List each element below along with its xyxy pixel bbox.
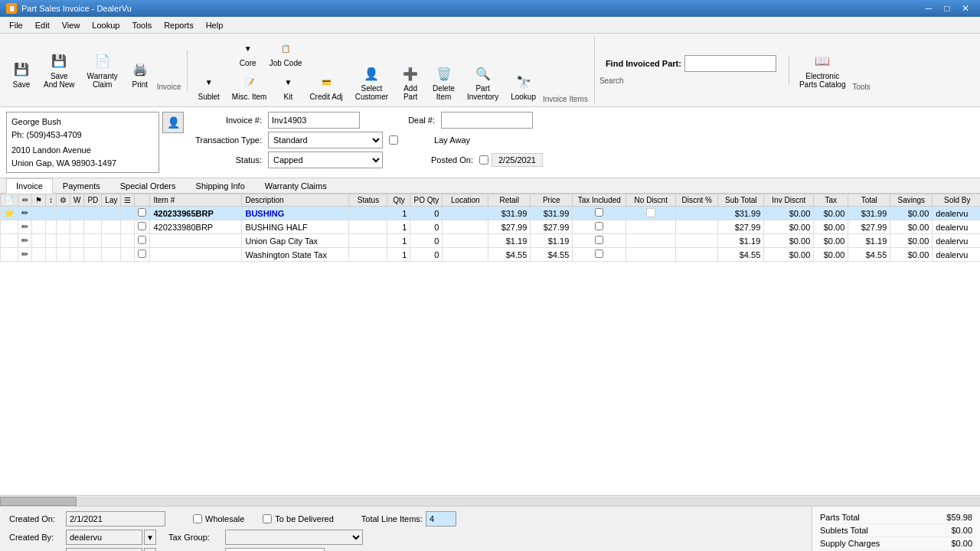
- supply-charges-label: Supply Charges: [820, 539, 880, 548]
- col-po-qty: PO Qty: [410, 194, 443, 207]
- menu-bar: File Edit View Lookup Tools Reports Help: [0, 17, 980, 34]
- customer-avatar-button[interactable]: 👤: [162, 112, 184, 133]
- table-row[interactable]: ✏ 420233980BRP BUSHING HALF 1 0 $27.99 $…: [1, 220, 981, 234]
- menu-help[interactable]: Help: [200, 19, 230, 31]
- row-tax: $0.00: [814, 234, 848, 248]
- posted-on-label: Posted On:: [404, 155, 473, 165]
- price-level-field: Price Level:: [168, 548, 325, 551]
- transaction-type-select[interactable]: Standard Credit Quote: [268, 132, 383, 148]
- row-checkbox-cell[interactable]: [135, 207, 150, 220]
- core-button[interactable]: ▼ Core: [234, 37, 263, 70]
- created-by-input[interactable]: [66, 530, 142, 545]
- created-by-dropdown[interactable]: ▼: [144, 530, 156, 545]
- core-icon: ▼: [239, 39, 257, 57]
- transaction-type-row: Transaction Type: Standard Credit Quote …: [193, 132, 974, 148]
- wholesale-checkbox[interactable]: [193, 514, 202, 523]
- row-no-discnt[interactable]: [626, 220, 676, 234]
- customer-address2: Union Gap, WA 98903-1497: [11, 157, 154, 170]
- col-description[interactable]: Description: [242, 194, 349, 207]
- posted-on-checkbox[interactable]: [479, 155, 488, 165]
- save-new-icon: 💾: [50, 52, 68, 70]
- kit-button[interactable]: ▼ Kit: [273, 70, 302, 103]
- menu-tools[interactable]: Tools: [126, 19, 158, 31]
- tab-warranty-claims[interactable]: Warranty Claims: [255, 178, 337, 193]
- row-edit-icon: ✏: [18, 248, 32, 262]
- col-checkbox: [135, 194, 150, 207]
- parts-total-value: $59.98: [946, 513, 972, 522]
- menu-reports[interactable]: Reports: [158, 19, 200, 31]
- scroll-thumb[interactable]: [0, 497, 77, 506]
- close-button[interactable]: ✕: [957, 0, 974, 17]
- col-extra: ☰: [121, 194, 135, 207]
- row-checkbox-cell[interactable]: [135, 234, 150, 248]
- created-on-input[interactable]: [66, 511, 165, 527]
- print-icon: 🖨️: [131, 60, 149, 79]
- tab-payments[interactable]: Payments: [53, 178, 110, 193]
- posted-on-date-display: 2/25/2021: [492, 153, 543, 167]
- sold-by-dropdown[interactable]: ▼: [144, 548, 156, 551]
- row-tax-included[interactable]: [573, 220, 626, 234]
- row-price: $31.99: [531, 207, 573, 220]
- to-be-delivered-checkbox[interactable]: [263, 514, 272, 523]
- find-invoiced-input[interactable]: [684, 55, 776, 72]
- total-line-items-input[interactable]: [426, 511, 456, 527]
- save-and-new-button[interactable]: 💾 SaveAnd New: [38, 50, 80, 91]
- sublet-button[interactable]: ▼ Sublet: [192, 70, 224, 103]
- table-row[interactable]: ⭐ ✏ 420233965BRP BUSHING 1 0 $31.99 $31.…: [1, 207, 981, 220]
- menu-lookup[interactable]: Lookup: [86, 19, 126, 31]
- row-col5: [57, 234, 70, 248]
- row-no-discnt[interactable]: [626, 207, 676, 220]
- row-no-discnt[interactable]: [626, 248, 676, 262]
- row-tax-included[interactable]: [573, 248, 626, 262]
- horizontal-scrollbar[interactable]: [0, 495, 980, 506]
- add-part-button[interactable]: ➕ AddPart: [395, 62, 426, 103]
- lay-away-checkbox[interactable]: [389, 135, 398, 145]
- tab-invoice[interactable]: Invoice: [6, 178, 53, 194]
- invoice-number-row: Invoice #: Deal #:: [193, 112, 974, 129]
- row-total: $4.55: [848, 248, 890, 262]
- lookup-button[interactable]: 🔭 Lookup: [505, 70, 541, 103]
- table-row[interactable]: ✏ Union Gap City Tax 1 0 $1.19 $1.19 $1.…: [1, 234, 981, 248]
- deal-number-input[interactable]: [441, 112, 533, 129]
- row-new-icon: [1, 248, 18, 262]
- col-item-num[interactable]: Item #: [150, 194, 242, 207]
- tab-shipping-info[interactable]: Shipping Info: [186, 178, 255, 193]
- col-lay: Lay: [102, 194, 121, 207]
- posted-on-checkbox-row: 2/25/2021: [479, 153, 543, 167]
- menu-file[interactable]: File: [3, 19, 29, 31]
- minimize-button[interactable]: ─: [920, 0, 937, 17]
- delete-item-button[interactable]: 🗑️ DeleteItem: [427, 62, 460, 103]
- row-col9: [121, 234, 135, 248]
- row-checkbox-cell[interactable]: [135, 248, 150, 262]
- misc-item-button[interactable]: 📝 Misc. Item: [227, 70, 273, 103]
- menu-view[interactable]: View: [56, 19, 87, 31]
- invoice-number-input[interactable]: [268, 112, 360, 129]
- print-button[interactable]: 🖨️ Print: [125, 58, 155, 91]
- tax-group-select[interactable]: [225, 530, 363, 545]
- row-description: Washington State Tax: [242, 248, 349, 262]
- table-row[interactable]: ✏ Washington State Tax 1 0 $4.55 $4.55 $…: [1, 248, 981, 262]
- select-customer-icon: 👤: [362, 64, 381, 83]
- credit-adj-button[interactable]: 💳 Credit Adj: [304, 70, 348, 103]
- delete-item-icon: 🗑️: [435, 64, 453, 83]
- save-button[interactable]: 💾 Save: [6, 58, 37, 91]
- electronic-parts-catalog-button[interactable]: 📖 ElectronicParts Catalog: [794, 50, 851, 91]
- part-inventory-button[interactable]: 🔍 PartInventory: [462, 62, 504, 103]
- row-no-discnt[interactable]: [626, 234, 676, 248]
- tab-special-orders[interactable]: Special Orders: [110, 178, 186, 193]
- row-checkbox-cell[interactable]: [135, 220, 150, 234]
- status-select[interactable]: Open Capped Closed: [268, 152, 383, 168]
- job-code-button[interactable]: 📋 Job Code: [264, 37, 308, 70]
- parts-table-container[interactable]: 📄 ✏ ⚑ ↕ ⚙ W PD Lay ☰ Item # Description …: [0, 194, 980, 495]
- row-tax-included[interactable]: [573, 207, 626, 220]
- totals-panel: Parts Total $59.98 Sublets Total $0.00 S…: [812, 507, 980, 551]
- price-level-input[interactable]: [225, 548, 325, 551]
- maximize-button[interactable]: □: [939, 0, 956, 17]
- col-sold-by: Sold By: [933, 194, 980, 207]
- warranty-claim-button[interactable]: 📄 WarrantyClaim: [82, 50, 123, 91]
- menu-edit[interactable]: Edit: [29, 19, 56, 31]
- select-customer-button[interactable]: 👤 SelectCustomer: [350, 62, 394, 103]
- sold-by-input[interactable]: [66, 548, 142, 551]
- row-tax-included[interactable]: [573, 234, 626, 248]
- part-inventory-icon: 🔍: [474, 64, 492, 83]
